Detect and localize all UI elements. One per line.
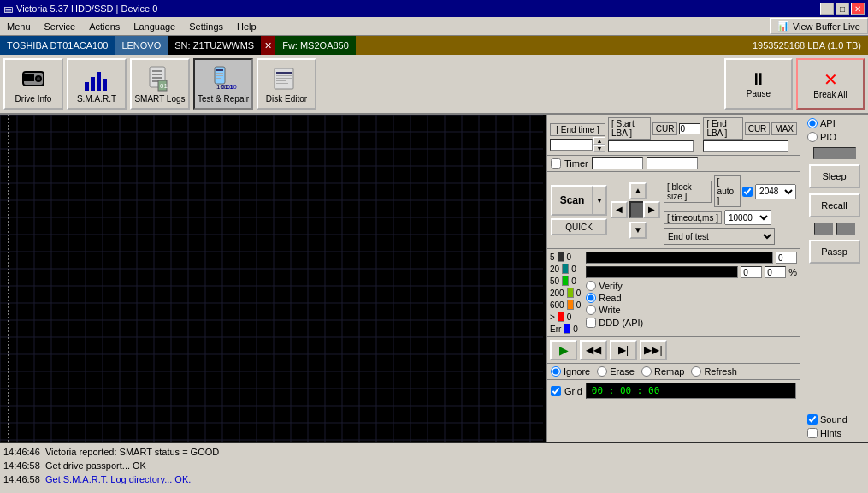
titlebar-left: 🖴 Victoria 5.37 HDD/SSD | Device 0 — [3, 3, 157, 14]
menu-service[interactable]: Service — [38, 20, 83, 33]
smart-button[interactable]: S.M.A.R.T — [67, 58, 127, 110]
verify-label: Verify — [599, 281, 623, 291]
read-radio[interactable] — [586, 293, 596, 303]
api-radio[interactable] — [807, 118, 818, 128]
menu-menu[interactable]: Menu — [0, 20, 38, 33]
progress-pct-input[interactable] — [765, 266, 786, 278]
cur-value-input[interactable] — [679, 123, 700, 134]
recall-button[interactable]: Recall — [809, 193, 860, 217]
sound-label: Sound — [820, 414, 847, 425]
close-button[interactable]: ✕ — [851, 3, 865, 15]
block-size-select[interactable]: 2048 512 1024 4096 — [755, 184, 796, 199]
timeout-select[interactable]: 10000 5000 20000 — [724, 210, 771, 225]
menu-help[interactable]: Help — [230, 20, 263, 33]
erase-radio[interactable] — [597, 366, 607, 377]
verify-radio[interactable] — [586, 281, 596, 291]
timer-row: Timer 0 0 — [547, 156, 800, 172]
ddd-row: DDD (API) — [586, 318, 797, 328]
legend-5-bar — [558, 252, 564, 262]
refresh-radio[interactable] — [691, 366, 701, 377]
step-forward-button[interactable]: ▶| — [610, 340, 637, 360]
drive-sn-section: SN: Z1TUZWWMS — [168, 36, 261, 55]
rewind-button[interactable]: ◀◀ — [580, 340, 607, 360]
end-time-input[interactable]: 12:00 — [550, 139, 593, 151]
disk-editor-button[interactable]: Disk Editor — [257, 58, 316, 110]
menubar: Menu Service Actions Language Settings H… — [0, 17, 868, 36]
pause-button[interactable]: ⏸ Pause — [724, 58, 793, 110]
end-lba-input[interactable]: 1953525167 — [703, 140, 788, 152]
sidebar-bars — [814, 223, 855, 235]
menu-settings[interactable]: Settings — [182, 20, 230, 33]
svg-rect-10 — [152, 74, 162, 75]
sleep-button[interactable]: Sleep — [809, 164, 860, 188]
svg-rect-7 — [103, 79, 107, 91]
drive-sn-close[interactable]: ✕ — [261, 36, 275, 55]
end-time-label: [ End time ] — [550, 123, 605, 136]
hints-label: Hints — [820, 428, 841, 438]
block-size-label: [ block size ] — [664, 181, 712, 203]
scan-group: Scan ▼ QUICK — [551, 185, 607, 235]
drive-info-button[interactable]: Drive Info — [3, 58, 63, 110]
grid-label: Grid — [564, 386, 582, 396]
cur-label: CUR — [652, 122, 678, 135]
progress-value-1[interactable] — [776, 252, 797, 264]
time-up-button[interactable]: ▲ — [593, 137, 605, 145]
maximize-button[interactable]: □ — [836, 3, 849, 15]
app-icon: 🖴 — [3, 3, 13, 14]
nav-left-button[interactable]: ◀ — [611, 201, 628, 218]
remap-radio[interactable] — [641, 366, 652, 377]
passp-button[interactable]: Passp — [809, 240, 860, 264]
timer-start-input[interactable]: 0 — [592, 157, 643, 169]
end-time-group: [ End time ] 12:00 ▲ ▼ — [550, 123, 605, 152]
grid-checkbox[interactable] — [551, 386, 561, 396]
svg-rect-28 — [276, 83, 288, 84]
menu-actions[interactable]: Actions — [82, 20, 127, 33]
hints-checkbox[interactable] — [807, 428, 818, 438]
nav-right-button[interactable]: ▶ — [643, 201, 660, 218]
svg-text:01: 01 — [160, 82, 168, 90]
toolbar-right: ⏸ Pause ✕ Break All — [724, 58, 865, 110]
nav-up-button[interactable]: ▲ — [629, 182, 647, 199]
settings-group: [ block size ] [ auto ] 2048 512 1024 40… — [664, 175, 796, 245]
svg-rect-16 — [216, 69, 223, 71]
log-line-1: 14:46:46 Victoria reported: SMART status… — [3, 445, 865, 459]
pause-icon: ⏸ — [750, 69, 767, 89]
test-repair-button[interactable]: 101 011 010 Test & Repair — [193, 58, 253, 110]
fast-forward-button[interactable]: ▶▶| — [640, 340, 667, 360]
pio-radio[interactable] — [807, 132, 818, 142]
write-radio[interactable] — [586, 305, 596, 315]
app-title: Victoria 5.37 HDD/SSD | Device 0 — [16, 3, 157, 14]
progress-value-2[interactable] — [741, 266, 762, 278]
break-button[interactable]: ✕ Break All — [796, 58, 865, 110]
smart-logs-button[interactable]: 01 SMART Logs — [130, 58, 190, 110]
log-line-2: 14:46:58 Get drive passport... OK — [3, 459, 865, 472]
lba-controls: [ End time ] 12:00 ▲ ▼ [ Start LBA ] CUR… — [547, 115, 800, 156]
auto-checkbox[interactable] — [742, 187, 753, 197]
ignore-radio[interactable] — [551, 366, 561, 377]
status-select[interactable]: End of test Scanning... Paused — [664, 228, 775, 245]
scan-controls-row: Scan ▼ QUICK ▲ ◀ ▶ ▼ [ block size ] [ au… — [547, 172, 800, 249]
disk-editor-icon — [273, 65, 300, 92]
minimize-button[interactable]: − — [820, 3, 834, 15]
log-link-3[interactable]: Get S.M.A.R.T. Log directory... OK. — [45, 474, 191, 484]
scan-dropdown-button[interactable]: ▼ — [593, 185, 607, 216]
start-lba-input[interactable]: 0 — [608, 140, 694, 152]
sidebar-bar-1 — [813, 147, 856, 159]
menu-language[interactable]: Language — [127, 20, 182, 33]
nav-down-button[interactable]: ▼ — [629, 222, 647, 239]
scan-button[interactable]: Scan — [551, 185, 593, 216]
diamond-nav: ▲ ◀ ▶ ▼ — [611, 182, 660, 239]
view-buffer-icon: 📊 — [777, 21, 789, 32]
action-buttons-row: ▶ ◀◀ ▶| ▶▶| — [547, 337, 800, 364]
timer-checkbox[interactable] — [551, 158, 561, 169]
play-button[interactable]: ▶ — [550, 340, 577, 360]
ddd-checkbox[interactable] — [586, 318, 596, 328]
svg-rect-4 — [85, 82, 89, 91]
view-buffer-button[interactable]: 📊 View Buffer Live — [770, 18, 868, 34]
legend-600-bar — [567, 300, 574, 310]
time-down-button[interactable]: ▼ — [593, 145, 605, 152]
quick-button[interactable]: QUICK — [551, 218, 607, 235]
timer-end-input[interactable]: 0 — [647, 157, 698, 169]
sound-checkbox[interactable] — [807, 414, 818, 425]
svg-rect-2 — [25, 75, 33, 77]
